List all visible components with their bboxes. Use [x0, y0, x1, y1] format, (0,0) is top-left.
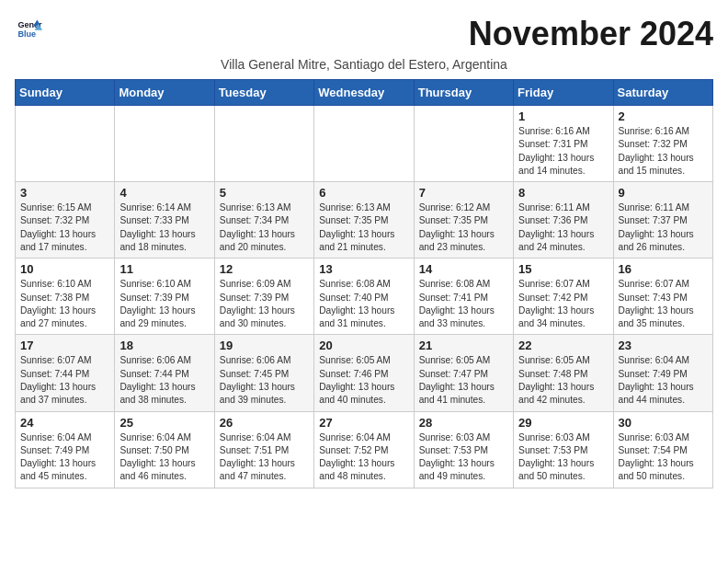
calendar-week-row: 1Sunrise: 6:16 AM Sunset: 7:31 PM Daylig…: [16, 106, 713, 182]
calendar-day-cell: 27Sunrise: 6:04 AM Sunset: 7:52 PM Dayli…: [314, 411, 414, 488]
day-info: Sunrise: 6:10 AM Sunset: 7:38 PM Dayligh…: [20, 278, 109, 330]
day-number: 28: [419, 416, 508, 430]
day-number: 18: [119, 339, 209, 352]
day-number: 8: [518, 186, 608, 200]
day-of-week-header: Thursday: [414, 80, 513, 106]
day-info: Sunrise: 6:05 AM Sunset: 7:47 PM Dayligh…: [419, 354, 508, 407]
day-info: Sunrise: 6:04 AM Sunset: 7:51 PM Dayligh…: [220, 431, 309, 484]
day-info: Sunrise: 6:08 AM Sunset: 7:40 PM Dayligh…: [319, 278, 408, 330]
day-number: 12: [220, 262, 309, 276]
calendar-day-cell: [214, 106, 313, 182]
day-info: Sunrise: 6:07 AM Sunset: 7:42 PM Dayligh…: [518, 278, 608, 330]
day-info: Sunrise: 6:13 AM Sunset: 7:34 PM Dayligh…: [220, 201, 309, 254]
day-of-week-header: Wednesday: [314, 80, 414, 106]
calendar-day-cell: 3Sunrise: 6:15 AM Sunset: 7:32 PM Daylig…: [16, 182, 115, 259]
calendar-day-cell: 19Sunrise: 6:06 AM Sunset: 7:45 PM Dayli…: [214, 335, 313, 411]
day-info: Sunrise: 6:04 AM Sunset: 7:49 PM Dayligh…: [619, 354, 708, 407]
day-number: 27: [319, 416, 408, 430]
calendar-day-cell: 7Sunrise: 6:12 AM Sunset: 7:35 PM Daylig…: [414, 182, 513, 259]
day-info: Sunrise: 6:04 AM Sunset: 7:52 PM Dayligh…: [319, 431, 408, 484]
day-number: 20: [319, 339, 408, 352]
day-info: Sunrise: 6:16 AM Sunset: 7:31 PM Dayligh…: [518, 125, 608, 178]
day-number: 10: [20, 262, 109, 276]
day-info: Sunrise: 6:11 AM Sunset: 7:37 PM Dayligh…: [619, 201, 708, 254]
day-info: Sunrise: 6:11 AM Sunset: 7:36 PM Dayligh…: [518, 201, 608, 254]
day-number: 6: [319, 186, 408, 200]
day-number: 5: [220, 186, 309, 200]
day-of-week-header: Monday: [115, 80, 214, 106]
page-header: General Blue November 2024: [15, 15, 713, 53]
day-number: 24: [20, 416, 109, 430]
day-number: 29: [518, 416, 608, 430]
day-info: Sunrise: 6:09 AM Sunset: 7:39 PM Dayligh…: [220, 278, 309, 330]
day-of-week-header: Tuesday: [214, 80, 313, 106]
calendar-day-cell: 11Sunrise: 6:10 AM Sunset: 7:39 PM Dayli…: [115, 259, 214, 335]
day-info: Sunrise: 6:10 AM Sunset: 7:39 PM Dayligh…: [119, 278, 209, 330]
calendar-day-cell: 26Sunrise: 6:04 AM Sunset: 7:51 PM Dayli…: [214, 411, 313, 488]
calendar-day-cell: 4Sunrise: 6:14 AM Sunset: 7:33 PM Daylig…: [115, 182, 214, 259]
calendar-day-cell: 24Sunrise: 6:04 AM Sunset: 7:49 PM Dayli…: [16, 411, 115, 488]
day-info: Sunrise: 6:07 AM Sunset: 7:44 PM Dayligh…: [20, 354, 109, 407]
calendar-day-cell: 29Sunrise: 6:03 AM Sunset: 7:53 PM Dayli…: [514, 411, 613, 488]
day-of-week-header: Sunday: [16, 80, 115, 106]
day-info: Sunrise: 6:06 AM Sunset: 7:44 PM Dayligh…: [119, 354, 209, 407]
calendar-day-cell: [314, 106, 414, 182]
day-number: 16: [619, 262, 708, 276]
logo: General Blue: [15, 15, 42, 44]
day-of-week-header: Saturday: [613, 80, 712, 106]
calendar-day-cell: 14Sunrise: 6:08 AM Sunset: 7:41 PM Dayli…: [414, 259, 513, 335]
calendar-day-cell: 16Sunrise: 6:07 AM Sunset: 7:43 PM Dayli…: [613, 259, 712, 335]
calendar-day-cell: [16, 106, 115, 182]
day-number: 9: [619, 186, 708, 200]
calendar-week-row: 10Sunrise: 6:10 AM Sunset: 7:38 PM Dayli…: [16, 259, 713, 335]
calendar-day-cell: 6Sunrise: 6:13 AM Sunset: 7:35 PM Daylig…: [314, 182, 414, 259]
day-info: Sunrise: 6:04 AM Sunset: 7:50 PM Dayligh…: [119, 431, 209, 484]
day-number: 17: [20, 339, 109, 352]
day-info: Sunrise: 6:13 AM Sunset: 7:35 PM Dayligh…: [319, 201, 408, 254]
calendar-day-cell: 13Sunrise: 6:08 AM Sunset: 7:40 PM Dayli…: [314, 259, 414, 335]
calendar-day-cell: [115, 106, 214, 182]
calendar-day-cell: 21Sunrise: 6:05 AM Sunset: 7:47 PM Dayli…: [414, 335, 513, 411]
day-number: 2: [619, 109, 708, 123]
calendar-day-cell: 23Sunrise: 6:04 AM Sunset: 7:49 PM Dayli…: [613, 335, 712, 411]
calendar-day-cell: 9Sunrise: 6:11 AM Sunset: 7:37 PM Daylig…: [613, 182, 712, 259]
day-info: Sunrise: 6:15 AM Sunset: 7:32 PM Dayligh…: [20, 201, 109, 254]
day-number: 11: [119, 262, 209, 276]
day-info: Sunrise: 6:06 AM Sunset: 7:45 PM Dayligh…: [220, 354, 309, 407]
day-info: Sunrise: 6:03 AM Sunset: 7:54 PM Dayligh…: [619, 431, 708, 484]
day-number: 22: [518, 339, 608, 352]
day-info: Sunrise: 6:07 AM Sunset: 7:43 PM Dayligh…: [619, 278, 708, 330]
calendar-day-cell: [414, 106, 513, 182]
calendar-day-cell: 10Sunrise: 6:10 AM Sunset: 7:38 PM Dayli…: [16, 259, 115, 335]
calendar-day-cell: 17Sunrise: 6:07 AM Sunset: 7:44 PM Dayli…: [16, 335, 115, 411]
day-info: Sunrise: 6:04 AM Sunset: 7:49 PM Dayligh…: [20, 431, 109, 484]
day-number: 3: [20, 186, 109, 200]
calendar-day-cell: 22Sunrise: 6:05 AM Sunset: 7:48 PM Dayli…: [514, 335, 613, 411]
calendar-day-cell: 5Sunrise: 6:13 AM Sunset: 7:34 PM Daylig…: [214, 182, 313, 259]
day-info: Sunrise: 6:03 AM Sunset: 7:53 PM Dayligh…: [518, 431, 608, 484]
day-info: Sunrise: 6:05 AM Sunset: 7:46 PM Dayligh…: [319, 354, 408, 407]
day-of-week-header: Friday: [514, 80, 613, 106]
calendar-day-cell: 30Sunrise: 6:03 AM Sunset: 7:54 PM Dayli…: [613, 411, 712, 488]
day-number: 7: [419, 186, 508, 200]
day-number: 19: [220, 339, 309, 352]
calendar-day-cell: 28Sunrise: 6:03 AM Sunset: 7:53 PM Dayli…: [414, 411, 513, 488]
day-number: 13: [319, 262, 408, 276]
day-number: 30: [619, 416, 708, 430]
day-number: 21: [419, 339, 508, 352]
month-title: November 2024: [469, 15, 713, 53]
page-subtitle: Villa General Mitre, Santiago del Estero…: [15, 57, 713, 72]
day-info: Sunrise: 6:05 AM Sunset: 7:48 PM Dayligh…: [518, 354, 608, 407]
day-info: Sunrise: 6:08 AM Sunset: 7:41 PM Dayligh…: [419, 278, 508, 330]
calendar-week-row: 24Sunrise: 6:04 AM Sunset: 7:49 PM Dayli…: [16, 411, 713, 488]
calendar-day-cell: 20Sunrise: 6:05 AM Sunset: 7:46 PM Dayli…: [314, 335, 414, 411]
calendar-day-cell: 15Sunrise: 6:07 AM Sunset: 7:42 PM Dayli…: [514, 259, 613, 335]
calendar-day-cell: 1Sunrise: 6:16 AM Sunset: 7:31 PM Daylig…: [514, 106, 613, 182]
day-number: 14: [419, 262, 508, 276]
calendar-day-cell: 2Sunrise: 6:16 AM Sunset: 7:32 PM Daylig…: [613, 106, 712, 182]
day-info: Sunrise: 6:14 AM Sunset: 7:33 PM Dayligh…: [119, 201, 209, 254]
day-info: Sunrise: 6:03 AM Sunset: 7:53 PM Dayligh…: [419, 431, 508, 484]
calendar-day-cell: 8Sunrise: 6:11 AM Sunset: 7:36 PM Daylig…: [514, 182, 613, 259]
logo-icon: General Blue: [17, 15, 42, 40]
calendar-table: SundayMondayTuesdayWednesdayThursdayFrid…: [15, 79, 713, 488]
